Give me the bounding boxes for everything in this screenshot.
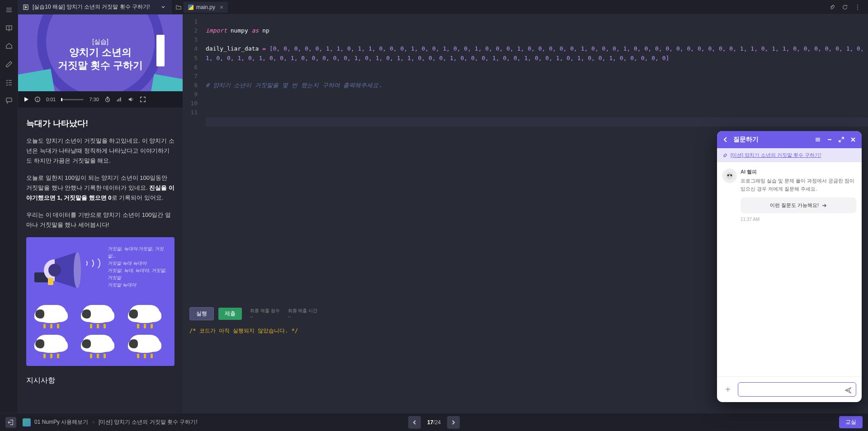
svg-rect-11	[118, 98, 119, 101]
chat-panel: 질문하기 [미션] 양치기 소년의 거짓말 횟수 구하기! AI 헬피 프로그래…	[717, 131, 862, 402]
suggest-button[interactable]: 이런 질문도 가능해요!	[741, 197, 856, 213]
lesson-h1: 늑대가 나타났다!	[26, 117, 175, 131]
play-icon[interactable]	[24, 97, 29, 102]
next-button[interactable]	[447, 416, 460, 429]
lesson-p1: 오늘도 양치기 소년이 거짓말을 하고있네요. 이 양치기 소년은 늑대가 나타…	[26, 136, 175, 166]
page-indicator: 17/24	[427, 419, 441, 426]
chevron-down-icon	[161, 5, 165, 9]
video-slider[interactable]	[61, 99, 84, 100]
chat-context-link[interactable]: [미션] 양치기 소년의 거짓말 횟수 구하기!	[717, 148, 862, 162]
prev-button[interactable]	[408, 416, 421, 429]
time-block: 최종 제출 시간 --	[288, 308, 318, 319]
illust-speech: 거짓말, 늑대야 거짓말, 거짓말... 거짓말 늑대 늑대야 거짓말, 늑대,…	[108, 245, 166, 289]
svg-point-7	[857, 9, 858, 9]
lesson-panel: [실습] 양치기 소년의 거짓말 횟수 구하기 0:01 7:30 늑대가 나타…	[18, 14, 183, 431]
chat-link-text: [미션] 양치기 소년의 거짓말 횟수 구하기!	[731, 152, 821, 159]
chat-title: 질문하기	[733, 136, 759, 144]
menu-icon[interactable]	[5, 5, 14, 14]
quality-icon[interactable]	[116, 96, 123, 103]
top-right-actions	[829, 4, 868, 10]
chat-icon[interactable]	[5, 96, 14, 105]
chat-body[interactable]: AI 헬피 프로그래밍 실습 및 문제 풀이 과정에서 궁금한 점이 있으신 경…	[717, 162, 862, 376]
timer-icon[interactable]	[104, 96, 111, 103]
left-sidebar	[0, 0, 18, 431]
pager: 17/24	[408, 416, 460, 429]
score-block: 최종 제출 점수 --	[250, 308, 280, 319]
lesson-content[interactable]: 늑대가 나타났다! 오늘도 양치기 소년이 거짓말을 하고있네요. 이 양치기 …	[18, 108, 183, 431]
instructions-heading: 지시사항	[26, 374, 175, 386]
send-icon[interactable]	[844, 387, 852, 394]
video-thumbnail[interactable]: [실습] 양치기 소년의 거짓말 횟수 구하기	[18, 14, 183, 91]
lesson-title: [실습10 해설] 양치기 소년의 거짓말 횟수 구하기!	[33, 3, 150, 11]
attach-button[interactable]: +	[722, 384, 733, 395]
line-gutter: 1234567891011	[183, 14, 201, 305]
bot-message-text: 프로그래밍 실습 및 문제 풀이 과정에서 궁금한 점이 있으신 경우 저에게 …	[741, 177, 856, 193]
svg-point-22	[726, 172, 734, 180]
fullscreen-icon[interactable]	[140, 96, 146, 103]
play-square-icon	[23, 4, 29, 10]
lesson-dropdown[interactable]: [실습10 해설] 양치기 소년의 거짓말 횟수 구하기!	[18, 0, 172, 14]
chat-message: AI 헬피 프로그래밍 실습 및 문제 풀이 과정에서 궁금한 점이 있으신 경…	[722, 169, 856, 213]
expand-icon[interactable]	[838, 136, 844, 143]
bot-name: AI 헬피	[741, 169, 856, 175]
submit-button[interactable]: 제출	[218, 308, 242, 320]
bottom-bar: 01 NumPy 사용해보기 › [미션] 양치기 소년의 거짓말 횟수 구하기…	[0, 413, 868, 431]
info-icon[interactable]	[34, 96, 41, 103]
svg-rect-3	[6, 98, 12, 102]
video-duration: 7:30	[89, 97, 99, 102]
app-icon[interactable]	[23, 418, 31, 426]
more-icon[interactable]	[854, 4, 861, 10]
lesson-illustration: 거짓말, 늑대야 거짓말, 거짓말... 거짓말 늑대 늑대야 거짓말, 늑대,…	[26, 237, 175, 366]
svg-point-6	[857, 6, 858, 7]
chat-header: 질문하기	[717, 131, 862, 148]
breadcrumb: 01 NumPy 사용해보기 › [미션] 양치기 소년의 거짓말 횟수 구하기…	[34, 418, 198, 426]
back-icon[interactable]	[722, 136, 729, 143]
close-icon[interactable]	[850, 136, 856, 143]
crumb-1[interactable]: 01 NumPy 사용해보기	[34, 419, 88, 425]
file-tab-bar: main.py ×	[172, 2, 829, 13]
chat-timestamp: 11:37 AM	[741, 217, 856, 222]
edit-icon[interactable]	[5, 60, 14, 69]
folder-icon[interactable]	[175, 4, 182, 10]
python-icon	[188, 5, 193, 10]
crumb-2[interactable]: [미션] 양치기 소년의 거짓말 횟수 구하기!	[99, 419, 198, 425]
lesson-p3: 우리는 이 데이터를 기반으로 양치기 소년이 100일간 얼마나 거짓말을 했…	[26, 210, 175, 230]
run-button[interactable]: 실행	[189, 307, 214, 320]
menu-icon[interactable]	[815, 136, 821, 143]
refresh-icon[interactable]	[842, 4, 848, 10]
link-icon	[722, 153, 728, 158]
file-tab-label: main.py	[196, 4, 215, 10]
video-title: 양치기 소년의 거짓말 횟수 구하기	[58, 46, 143, 72]
file-tab-mainpy[interactable]: main.py ×	[184, 2, 228, 13]
checklist-icon[interactable]	[5, 78, 14, 87]
svg-point-15	[74, 252, 81, 288]
minimize-icon[interactable]	[826, 136, 833, 143]
chat-input[interactable]	[738, 382, 856, 397]
close-icon[interactable]: ×	[220, 4, 223, 11]
video-tag: [실습]	[92, 38, 108, 46]
lesson-p2: 오늘로 일한지 100일이 되는 양치기 소년이 100일동안 거짓말을 했나 …	[26, 173, 175, 203]
volume-icon[interactable]	[128, 96, 134, 103]
classroom-button[interactable]: 교실	[839, 416, 863, 428]
megaphone-icon	[34, 245, 84, 290]
exit-icon[interactable]	[5, 417, 16, 428]
svg-point-16	[48, 264, 61, 276]
svg-rect-10	[117, 100, 118, 102]
attach-icon[interactable]	[829, 4, 835, 10]
home-icon[interactable]	[5, 42, 14, 51]
video-controls: 0:01 7:30	[18, 91, 183, 108]
video-current-time: 0:01	[46, 97, 56, 102]
svg-rect-12	[120, 98, 121, 102]
bot-avatar	[722, 169, 737, 183]
svg-rect-17	[48, 278, 53, 285]
svg-point-5	[857, 5, 858, 5]
chat-input-bar: +	[717, 376, 862, 402]
book-icon[interactable]	[5, 23, 14, 33]
top-bar: [실습10 해설] 양치기 소년의 거짓말 횟수 구하기! main.py ×	[18, 0, 868, 14]
